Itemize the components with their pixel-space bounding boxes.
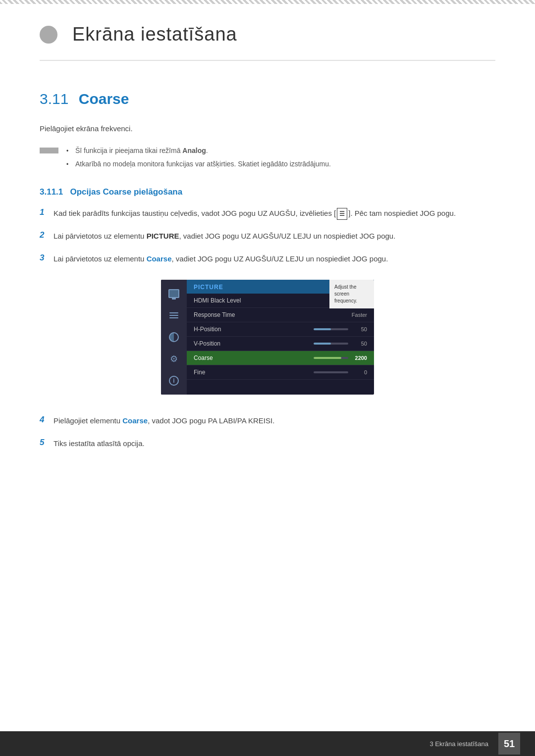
monitor-display-icon (167, 287, 181, 301)
monitor-contrast-icon (167, 330, 181, 344)
menu-item-vpos-bar (314, 343, 348, 345)
step-5: 5 Tiks iestatīta atlasītā opcija. (40, 437, 495, 450)
menu-item-fine-bar (314, 371, 348, 373)
monitor-gear-icon: ⚙ (167, 352, 181, 366)
note-block: Šī funkcija ir pieejama tikai režīmā Ana… (40, 145, 495, 173)
monitor-info-icon: i (167, 374, 181, 388)
monitor-lines-icon (167, 308, 181, 322)
step-1: 1 Kad tiek parādīts funkcijas taustiņu c… (40, 207, 495, 220)
step-number-2: 2 (40, 230, 54, 240)
menu-item-vpos: V-Position 50 (187, 337, 374, 351)
step-number-5: 5 (40, 437, 54, 448)
page-header: Ekrāna iestatīšana (40, 4, 495, 61)
tooltip-text: Adjust the screen frequency. (334, 284, 357, 303)
note-list: Šī funkcija ir pieejama tikai režīmā Ana… (66, 145, 331, 173)
footer-page-number: 51 (498, 733, 520, 755)
section-3-11: 3.11 Coarse Pielāgojiet ekrāna frekvenci… (40, 91, 495, 450)
monitor-sidebar: ⚙ i (161, 280, 187, 395)
steps-list: 1 Kad tiek parādīts funkcijas taustiņu c… (40, 207, 495, 265)
step-4: 4 Pielāgojiet elementu Coarse, vadot JOG… (40, 414, 495, 427)
menu-tooltip: Adjust the screen frequency. (329, 280, 374, 308)
menu-item-vpos-label: V-Position (194, 340, 314, 347)
monitor-mockup: ⚙ i PICTURE ▲ HDMI Black Level (40, 280, 495, 395)
menu-item-coarse-value: 2200 (352, 355, 367, 361)
step-text-5: Tiks iestatīta atlasītā opcija. (54, 437, 495, 450)
menu-item-coarse-bar-fill (314, 357, 341, 359)
menu-header-label: PICTURE (194, 284, 223, 291)
menu-item-vpos-bar-fill (314, 343, 331, 345)
top-decorative-stripe (0, 0, 535, 4)
section-description: Pielāgojiet ekrāna frekvenci. (40, 122, 495, 135)
menu-item-coarse-label: Coarse (194, 354, 314, 361)
menu-item-fine-label: Fine (194, 369, 314, 376)
info-icon-shape: i (169, 376, 179, 386)
subsection-heading: 3.11.1 Opcijas Coarse pielāgošana (40, 187, 495, 197)
contrast-icon-shape (169, 332, 179, 342)
menu-item-vpos-value: 50 (352, 341, 367, 347)
note-bar-icon (40, 148, 58, 153)
menu-item-coarse-bar (314, 357, 348, 359)
step-text-2: Lai pārvietotos uz elementu PICTURE, vad… (54, 230, 495, 243)
menu-item-hpos-value: 50 (352, 326, 367, 332)
menu-item-fine-value: 0 (352, 369, 367, 375)
note-item-2: Atkarībā no modeļa monitora funkcijas va… (66, 158, 331, 170)
section-heading: 3.11 Coarse (40, 91, 495, 107)
menu-item-fine: Fine 0 (187, 365, 374, 380)
subsection-title: Opcijas Coarse pielāgošana (70, 187, 182, 197)
step-text-4: Pielāgojiet elementu Coarse, vadot JOG p… (54, 414, 495, 427)
page-title: Ekrāna iestatīšana (72, 24, 237, 45)
monitor-ui: ⚙ i PICTURE ▲ HDMI Black Level (161, 280, 374, 395)
section-title: Coarse (79, 91, 129, 107)
footer-chapter-text: 3 Ekrāna iestatīšana (429, 740, 488, 748)
menu-item-hpos-bar (314, 328, 348, 330)
menu-item-response-value: Faster (352, 312, 367, 318)
section-number: 3.11 (40, 91, 68, 107)
menu-item-response: Response Time Faster (187, 308, 374, 322)
step-text-3: Lai pārvietotos uz elementu Coarse, vadi… (54, 252, 495, 265)
menu-item-hpos: H-Position 50 (187, 322, 374, 337)
header-circle-icon (40, 26, 57, 44)
step-3: 3 Lai pārvietotos uz elementu Coarse, va… (40, 252, 495, 265)
jog-icon: ☰ (337, 208, 347, 220)
menu-item-hpos-label: H-Position (194, 326, 314, 333)
steps-list-2: 4 Pielāgojiet elementu Coarse, vadot JOG… (40, 414, 495, 450)
gear-icon-shape: ⚙ (170, 353, 178, 364)
lines-icon-shape (169, 312, 178, 318)
menu-item-hpos-bar-fill (314, 328, 331, 330)
note-item-1: Šī funkcija ir pieejama tikai režīmā Ana… (66, 145, 331, 157)
display-icon-shape (168, 289, 179, 298)
monitor-menu-panel: PICTURE ▲ HDMI Black Level Response Time… (187, 280, 374, 395)
step-text-1: Kad tiek parādīts funkcijas taustiņu ceļ… (54, 207, 495, 220)
page-footer: 3 Ekrāna iestatīšana 51 (0, 731, 535, 756)
step-number-3: 3 (40, 252, 54, 263)
step-2: 2 Lai pārvietotos uz elementu PICTURE, v… (40, 230, 495, 243)
menu-item-response-label: Response Time (194, 311, 352, 318)
subsection-number: 3.11.1 (40, 187, 63, 197)
menu-item-coarse: Coarse 2200 (187, 351, 374, 365)
step-number-4: 4 (40, 414, 54, 425)
step-number-1: 1 (40, 207, 54, 217)
